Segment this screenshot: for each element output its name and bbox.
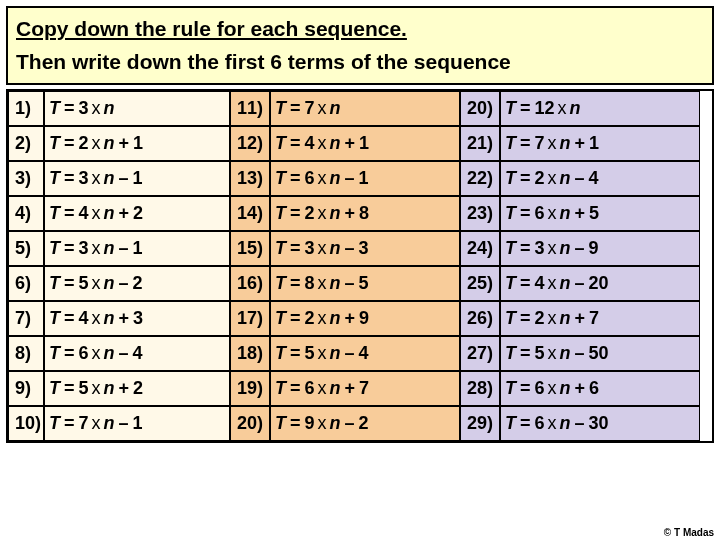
question-number: 23)	[460, 196, 500, 231]
sequence-rule: T=6xn+5	[500, 196, 700, 231]
question-number: 8)	[8, 336, 44, 371]
credit-text: © T Madas	[664, 527, 714, 538]
question-number: 9)	[8, 371, 44, 406]
sequence-rule: T=7xn+1	[500, 126, 700, 161]
question-number: 19)	[230, 371, 270, 406]
question-number: 16)	[230, 266, 270, 301]
sequence-rule: T=4xn–20	[500, 266, 700, 301]
sequence-rule: T=7xn	[270, 91, 460, 126]
sequence-rule: T=6xn+7	[270, 371, 460, 406]
sequence-rule: T=3xn–1	[44, 161, 230, 196]
sequence-rule: T=6xn–1	[270, 161, 460, 196]
question-number: 28)	[460, 371, 500, 406]
sequence-rule: T=8xn–5	[270, 266, 460, 301]
sequence-rule: T=2xn+1	[44, 126, 230, 161]
question-number: 27)	[460, 336, 500, 371]
instructions-box: Copy down the rule for each sequence. Th…	[6, 6, 714, 85]
question-number: 15)	[230, 231, 270, 266]
question-number: 21)	[460, 126, 500, 161]
question-number: 10)	[8, 406, 44, 441]
instruction-line-2: Then write down the first 6 terms of the…	[16, 47, 704, 76]
sequence-rule: T=5xn–50	[500, 336, 700, 371]
sequence-rule: T=3xn–3	[270, 231, 460, 266]
question-number: 11)	[230, 91, 270, 126]
sequence-rule: T=2xn+7	[500, 301, 700, 336]
sequence-rule: T=12xn	[500, 91, 700, 126]
sequence-rule: T=5xn+2	[44, 371, 230, 406]
sequence-rule: T=3xn–1	[44, 231, 230, 266]
sequence-rule: T=9xn–2	[270, 406, 460, 441]
question-number: 20)	[460, 91, 500, 126]
sequence-rule: T=4xn+1	[270, 126, 460, 161]
question-number: 4)	[8, 196, 44, 231]
sequence-rule: T=3xn	[44, 91, 230, 126]
question-number: 13)	[230, 161, 270, 196]
question-number: 25)	[460, 266, 500, 301]
sequence-rule: T=2xn–4	[500, 161, 700, 196]
sequence-rule: T=6xn–4	[44, 336, 230, 371]
sequence-rule: T=2xn+8	[270, 196, 460, 231]
instruction-line-1: Copy down the rule for each sequence.	[16, 14, 704, 43]
question-number: 1)	[8, 91, 44, 126]
sequence-rule: T=6xn+6	[500, 371, 700, 406]
question-number: 2)	[8, 126, 44, 161]
question-number: 14)	[230, 196, 270, 231]
sequence-rule: T=4xn+3	[44, 301, 230, 336]
question-number: 12)	[230, 126, 270, 161]
question-number: 29)	[460, 406, 500, 441]
question-number: 18)	[230, 336, 270, 371]
sequence-rule: T=2xn+9	[270, 301, 460, 336]
sequence-rule: T=5xn–4	[270, 336, 460, 371]
question-number: 5)	[8, 231, 44, 266]
sequence-rule: T=3xn–9	[500, 231, 700, 266]
question-number: 6)	[8, 266, 44, 301]
question-number: 24)	[460, 231, 500, 266]
sequence-rule: T=6xn–30	[500, 406, 700, 441]
question-number: 26)	[460, 301, 500, 336]
sequence-rule: T=4xn+2	[44, 196, 230, 231]
sequence-rule: T=7xn–1	[44, 406, 230, 441]
question-number: 20)	[230, 406, 270, 441]
question-number: 22)	[460, 161, 500, 196]
question-number: 17)	[230, 301, 270, 336]
sequence-rule: T=5xn–2	[44, 266, 230, 301]
question-number: 3)	[8, 161, 44, 196]
rules-table: 1)T=3xn11)T=7xn20)T=12xn2)T=2xn+112)T=4x…	[6, 89, 714, 443]
question-number: 7)	[8, 301, 44, 336]
